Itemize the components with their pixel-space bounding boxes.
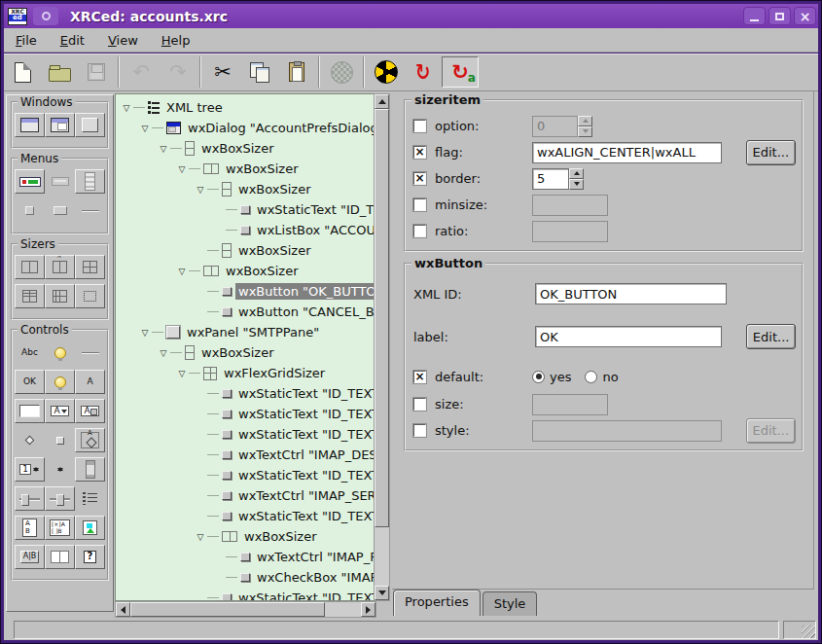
minimize-button[interactable] xyxy=(743,7,766,25)
default-checkbox[interactable]: × xyxy=(413,371,426,383)
staticline-tool[interactable] xyxy=(75,340,105,365)
open-button[interactable] xyxy=(41,56,78,88)
expander-icon[interactable]: ▽ xyxy=(120,103,133,113)
menu-help[interactable]: Help xyxy=(150,30,202,51)
panel-tool[interactable] xyxy=(75,113,105,137)
tree-item[interactable]: ▽XML tree xyxy=(116,97,375,118)
tab-style[interactable]: Style xyxy=(482,591,538,616)
gauge-tool[interactable] xyxy=(45,486,75,511)
scroll-down-button[interactable] xyxy=(375,586,389,600)
submenu-tool[interactable] xyxy=(45,198,75,223)
tree-item[interactable]: wxButton "OK_BUTTON" xyxy=(116,281,375,302)
spinbutton-tool[interactable] xyxy=(45,457,75,482)
tree-item-label[interactable]: wxStaticText "ID_TEXT" xyxy=(235,508,375,524)
tree-item[interactable]: wxStaticText "ID_TEXT" xyxy=(116,404,375,424)
menu-tool[interactable] xyxy=(45,169,75,194)
scroll-up-button[interactable] xyxy=(375,94,389,109)
refresh-tree-button[interactable] xyxy=(368,56,405,88)
tree-item[interactable]: wxCheckBox "IMAP_US xyxy=(116,567,375,588)
tree-item[interactable]: ▽wxBoxSizer xyxy=(116,261,375,281)
tree-item-label[interactable]: wxStaticText "ID_TEXT" xyxy=(235,426,375,443)
gridbagsizer-tool[interactable] xyxy=(45,284,75,308)
tree-item-label[interactable]: wxStaticText "ID_TEXT" xyxy=(235,467,375,483)
slider-tool[interactable] xyxy=(15,486,45,511)
gridsizer-tool[interactable] xyxy=(75,255,105,279)
scroll-right-button[interactable] xyxy=(361,602,375,617)
close-button[interactable]: × xyxy=(794,7,816,25)
paste-button[interactable] xyxy=(278,56,315,88)
tree-item[interactable]: ▽wxPanel "SMTPPane" xyxy=(116,322,375,342)
tree-item-label[interactable]: wxStaticText "ID_TEXT" xyxy=(235,406,375,422)
refresh-button[interactable]: ↻ xyxy=(405,56,442,88)
tree-item-label[interactable]: wxBoxSizer xyxy=(198,140,277,157)
tree-item-label[interactable]: wxBoxSizer xyxy=(223,263,302,279)
frame-tool[interactable] xyxy=(45,113,75,137)
expander-icon[interactable]: ▽ xyxy=(194,532,207,542)
splitter-tool[interactable]: A|B xyxy=(15,545,45,569)
resize-grip[interactable] xyxy=(802,625,815,638)
tree-horizontal-scrollbar[interactable] xyxy=(115,601,376,618)
tree-item-label[interactable]: wxStaticText "ID_TEXT xyxy=(254,201,375,218)
listctrl-tool[interactable] xyxy=(75,486,105,511)
menu-file[interactable]: File xyxy=(4,30,49,51)
tree-item[interactable]: wxStaticText "ID_TEXT" xyxy=(116,424,375,445)
toolbar-tool[interactable] xyxy=(75,169,105,194)
tree-item-label[interactable]: wxListBox "ACCOUNTS xyxy=(254,222,375,238)
bitmapbutton-tool[interactable] xyxy=(45,370,75,394)
no-radio-label[interactable]: no xyxy=(602,370,618,384)
textctrl-tool[interactable] xyxy=(15,399,45,423)
label-edit-button[interactable]: Edit... xyxy=(746,324,796,349)
vertical-scroll-thumb[interactable] xyxy=(375,109,389,527)
border-spinner[interactable] xyxy=(532,168,584,190)
tree-item-label[interactable]: wxBoxSizer xyxy=(235,181,314,197)
minsize-checkbox[interactable] xyxy=(413,198,426,211)
flag-input[interactable] xyxy=(532,142,722,163)
tree-item-label[interactable]: wxBoxSizer xyxy=(241,528,320,545)
tree-item[interactable]: wxButton "CANCEL_BUTT xyxy=(116,302,375,322)
expander-icon[interactable]: ▽ xyxy=(194,185,207,195)
cut-button[interactable]: ✂ xyxy=(204,56,241,88)
window-menu-button[interactable] xyxy=(33,7,58,25)
tree-item[interactable]: ▽wxBoxSizer xyxy=(116,138,375,159)
tree-item-label[interactable]: wxDialog "AccountPrefsDialog" xyxy=(185,120,375,136)
expander-icon[interactable]: ▽ xyxy=(138,328,152,338)
unknown-tool[interactable]: ? xyxy=(75,545,105,569)
staticboxsizer-tool[interactable] xyxy=(45,255,75,279)
tree-item[interactable]: wxTextCtrl "IMAP_DESCRI xyxy=(116,445,375,465)
button-tool[interactable]: OK xyxy=(15,370,45,394)
tree-item[interactable]: wxStaticText "ID_TEXT" xyxy=(116,383,375,404)
border-input[interactable] xyxy=(532,168,569,190)
tree-item-label[interactable]: wxTextCtrl "IMAP_SERVER xyxy=(235,487,375,504)
choice-tool[interactable]: A xyxy=(45,399,75,423)
titlebar[interactable]: XRCed XRCed: accounts.xrc × xyxy=(4,4,818,28)
tree-item[interactable]: wxStaticText "ID_TEXT" xyxy=(116,465,375,485)
tree-item-label[interactable]: wxCheckBox "IMAP_US xyxy=(254,569,375,586)
tree-item-label[interactable]: wxBoxSizer xyxy=(223,161,302,177)
scrolledwindow-tool[interactable] xyxy=(45,545,75,569)
tree-item[interactable]: wxStaticText "ID_TEXT xyxy=(116,199,375,220)
tree-item[interactable]: ▽wxDialog "AccountPrefsDialog" xyxy=(116,118,375,138)
xmlid-input[interactable] xyxy=(535,283,727,304)
tree-item[interactable]: wxListBox "ACCOUNTS xyxy=(116,220,375,240)
tree-vertical-scrollbar[interactable] xyxy=(374,93,390,601)
menubar-tool[interactable] xyxy=(15,169,45,194)
boxsizer-tool[interactable] xyxy=(15,255,45,279)
copy-button[interactable] xyxy=(241,56,278,88)
tree-item-label[interactable]: wxPanel "SMTPPane" xyxy=(184,324,322,340)
tree-item-label[interactable]: wxStaticText "ID_TEXT" xyxy=(235,590,375,601)
scroll-left-button[interactable] xyxy=(116,602,130,617)
maximize-button[interactable] xyxy=(768,7,791,25)
spacer-tool[interactable] xyxy=(75,284,105,308)
staticbitmap-tool[interactable] xyxy=(45,340,75,365)
tree-item[interactable]: ▽wxBoxSizer xyxy=(116,159,375,179)
horizontal-scroll-thumb[interactable] xyxy=(130,602,325,617)
size-checkbox[interactable] xyxy=(413,398,426,411)
border-checkbox[interactable]: × xyxy=(413,172,426,185)
spin-down-icon[interactable] xyxy=(569,179,584,190)
label-input[interactable] xyxy=(535,326,722,347)
no-radio[interactable] xyxy=(585,371,597,383)
style-checkbox[interactable] xyxy=(413,424,426,437)
flexgridsizer-tool[interactable] xyxy=(15,284,45,308)
option-checkbox[interactable] xyxy=(413,120,426,132)
tree-item-label[interactable]: wxButton "CANCEL_BUTT xyxy=(235,304,375,320)
